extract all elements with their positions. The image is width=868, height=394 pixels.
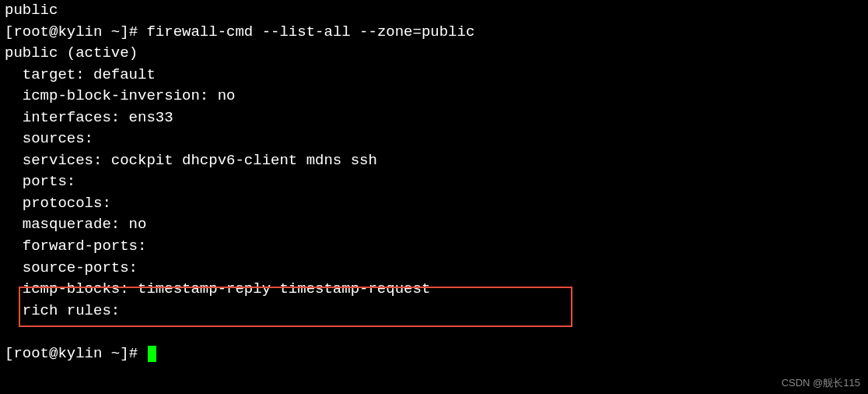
output-interfaces: interfaces: ens33: [5, 107, 863, 129]
output-rich-rules: rich rules:: [5, 301, 863, 322]
cursor-block: [148, 346, 156, 362]
blank-line: [5, 322, 863, 343]
output-icmp-blocks: icmp-blocks: timestamp-reply timestamp-r…: [5, 279, 863, 301]
output-masquerade: masquerade: no: [5, 214, 863, 236]
output-protocols: protocols:: [5, 193, 863, 215]
output-source-ports: source-ports:: [5, 258, 863, 280]
output-ports: ports:: [5, 171, 863, 193]
watermark-text: CSDN @舰长115: [782, 376, 860, 391]
prompt-userhost-2: [root@kylin ~]#: [5, 345, 146, 362]
command-text: firewall-cmd --list-all --zone=public: [146, 23, 474, 40]
output-services: services: cockpit dhcpv6-client mdns ssh: [5, 150, 863, 172]
terminal-line-top: public: [5, 0, 863, 22]
output-zone: public (active): [5, 43, 863, 65]
terminal-prompt-line[interactable]: [root@kylin ~]# firewall-cmd --list-all …: [5, 22, 863, 44]
terminal-prompt-line-2[interactable]: [root@kylin ~]#: [5, 343, 863, 365]
output-forward-ports: forward-ports:: [5, 236, 863, 258]
prompt-userhost: [root@kylin ~]#: [5, 23, 146, 40]
output-sources: sources:: [5, 128, 863, 150]
output-target: target: default: [5, 65, 863, 86]
output-icmp-inversion: icmp-block-inversion: no: [5, 86, 863, 107]
